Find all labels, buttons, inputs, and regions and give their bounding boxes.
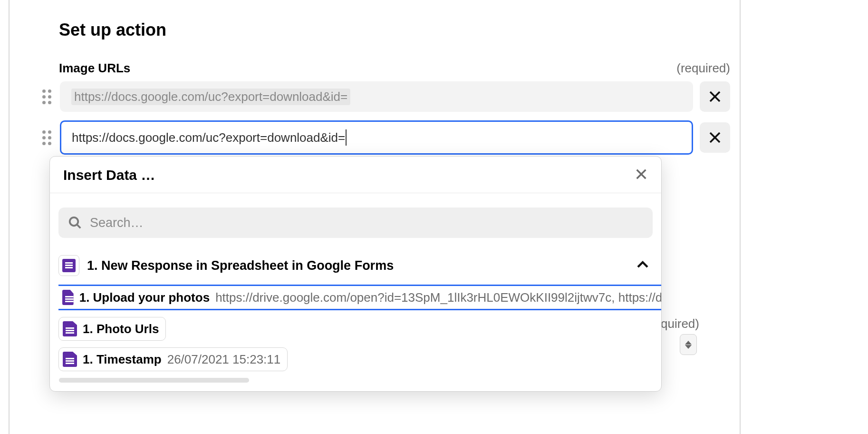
url-row: https://docs.google.com/uc?export=downlo… — [40, 120, 730, 155]
drag-handle-icon[interactable] — [40, 130, 53, 145]
content-area: Set up action Image URLs (required) http… — [10, 0, 740, 155]
google-forms-icon — [62, 290, 74, 305]
options-list: 1. Upload your photos https://drive.goog… — [50, 285, 661, 391]
option-value: 26/07/2021 15:23:11 — [167, 352, 281, 367]
search-icon — [68, 216, 82, 230]
data-option-timestamp[interactable]: 1. Timestamp 26/07/2021 15:23:11 — [58, 347, 288, 371]
image-url-input-active[interactable]: https://docs.google.com/uc?export=downlo… — [60, 120, 693, 155]
field-label: Image URLs — [59, 61, 130, 76]
url-value-text: https://docs.google.com/uc?export=downlo… — [72, 130, 345, 145]
app-icon-box — [58, 255, 79, 276]
data-source-title: 1. New Response in Spreadsheet in Google… — [87, 258, 628, 273]
data-source-row[interactable]: 1. New Response in Spreadsheet in Google… — [50, 247, 661, 285]
close-icon — [635, 168, 648, 181]
search-box[interactable] — [58, 207, 653, 238]
image-url-input[interactable]: https://docs.google.com/uc?export=downlo… — [60, 81, 693, 112]
horizontal-scrollbar[interactable] — [59, 378, 249, 383]
collapse-toggle[interactable] — [636, 257, 650, 274]
data-option-photo-urls[interactable]: 1. Photo Urls — [58, 317, 166, 341]
svg-line-7 — [77, 225, 81, 228]
url-row: https://docs.google.com/uc?export=downlo… — [40, 81, 730, 112]
chevron-up-icon — [636, 257, 650, 272]
dropdown-title: Insert Data … — [63, 167, 155, 183]
delete-row-button[interactable] — [700, 122, 730, 153]
text-cursor — [346, 129, 347, 146]
chevron-up-icon — [685, 341, 692, 345]
option-value: https://drive.google.com/open?id=13SpM_1… — [215, 290, 661, 305]
section-heading: Set up action — [59, 20, 740, 40]
google-forms-icon — [63, 321, 77, 336]
chevron-down-icon — [685, 345, 692, 349]
background-stepper[interactable] — [680, 334, 697, 355]
delete-row-button[interactable] — [700, 81, 730, 112]
close-icon — [708, 130, 722, 145]
search-input[interactable] — [90, 216, 643, 230]
dropdown-close-button[interactable] — [635, 168, 648, 183]
insert-data-dropdown: Insert Data … 1. New Response in Spreads… — [49, 156, 662, 392]
search-wrap — [50, 193, 661, 247]
option-label: 1. Photo Urls — [83, 322, 159, 336]
field-label-row: Image URLs (required) — [59, 61, 730, 76]
google-forms-icon — [63, 352, 77, 367]
required-indicator: (required) — [676, 61, 730, 76]
data-option-upload-photos[interactable]: 1. Upload your photos https://drive.goog… — [58, 285, 661, 310]
svg-point-6 — [70, 217, 78, 226]
close-icon — [708, 89, 722, 104]
url-value-chip: https://docs.google.com/uc?export=downlo… — [71, 89, 350, 105]
dropdown-header: Insert Data … — [50, 157, 661, 193]
drag-handle-icon[interactable] — [40, 89, 53, 104]
google-forms-icon — [62, 259, 76, 272]
option-label: 1. Timestamp — [83, 352, 162, 367]
option-label: 1. Upload your photos — [79, 290, 210, 305]
